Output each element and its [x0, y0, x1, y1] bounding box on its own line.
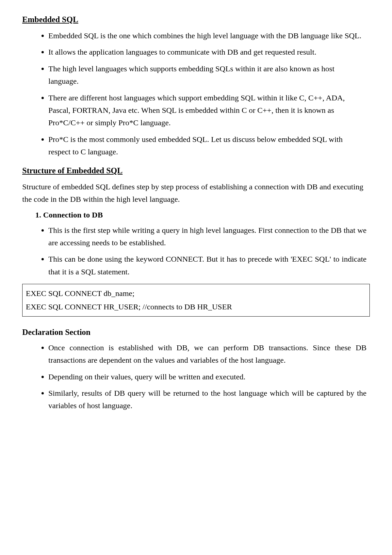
code-box: EXEC SQL CONNECT db_name; EXEC SQL CONNE…: [22, 284, 370, 317]
bullet-list-embedded-sql: Embedded SQL is the one which combines t…: [22, 29, 370, 158]
list-item: It allows the application languages to c…: [48, 46, 370, 58]
list-item: Similarly, results of DB query will be r…: [48, 387, 370, 412]
list-item: This can be done using the keyword CONNE…: [48, 253, 370, 278]
bullet-list-declaration: Once connection is established with DB, …: [22, 341, 370, 412]
bullet-list-connection: This is the first step while writing a q…: [22, 224, 370, 278]
list-item: Embedded SQL is the one which combines t…: [48, 29, 370, 42]
list-item: Pro*C is the most commonly used embedded…: [48, 133, 370, 158]
code-line: EXEC SQL CONNECT HR_USER; //connects to …: [26, 300, 366, 314]
numbered-item-connection: 1. Connection to DB: [22, 209, 370, 221]
list-item: This is the first step while writing a q…: [48, 224, 370, 249]
list-item: The high level languages which supports …: [48, 62, 370, 88]
section-heading-embedded-sql: Embedded SQL: [22, 13, 370, 26]
section-heading-structure: Structure of Embedded SQL: [22, 164, 370, 177]
code-line: EXEC SQL CONNECT db_name;: [26, 287, 366, 300]
list-item: Depending on their values, query will be…: [48, 371, 370, 383]
list-item: There are different host languages which…: [48, 92, 370, 129]
intro-paragraph: Structure of embedded SQL defines step b…: [22, 181, 370, 206]
subheading-declaration: Declaration Section: [22, 326, 370, 339]
list-item: Once connection is established with DB, …: [48, 341, 370, 367]
